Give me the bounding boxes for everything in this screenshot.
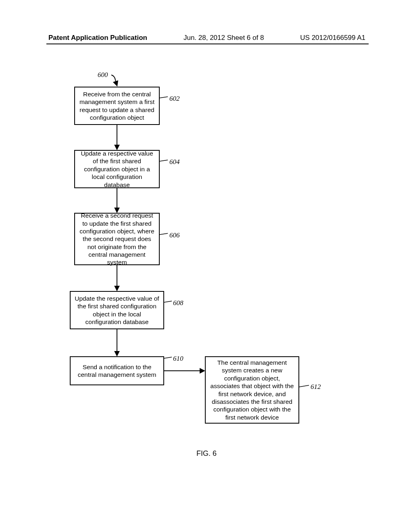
leader-612: [299, 385, 309, 387]
leader-606: [160, 233, 168, 235]
step-612: The central management system creates a …: [205, 356, 299, 424]
flowchart: Receive from the central management syst…: [0, 0, 413, 532]
leader-610: [164, 357, 172, 358]
step-602: Receive from the central management syst…: [74, 87, 160, 125]
label-612: 612: [311, 383, 321, 391]
step-610: Send a notification to the central manag…: [70, 356, 164, 385]
step-608: Update the respective value of the first…: [70, 291, 164, 329]
figure-caption: FIG. 6: [0, 449, 413, 458]
label-606: 606: [169, 231, 180, 239]
step-604: Update a respective value of the first s…: [74, 150, 160, 188]
label-604: 604: [169, 158, 180, 166]
label-602: 602: [169, 95, 180, 103]
leader-608: [164, 301, 172, 302]
label-608: 608: [173, 299, 184, 307]
leader-602: [160, 97, 168, 98]
leader-600: [111, 75, 117, 85]
step-606: Receive a second request to update the f…: [74, 213, 160, 265]
label-600: 600: [98, 71, 108, 79]
label-610: 610: [173, 355, 184, 363]
leader-604: [160, 160, 168, 161]
